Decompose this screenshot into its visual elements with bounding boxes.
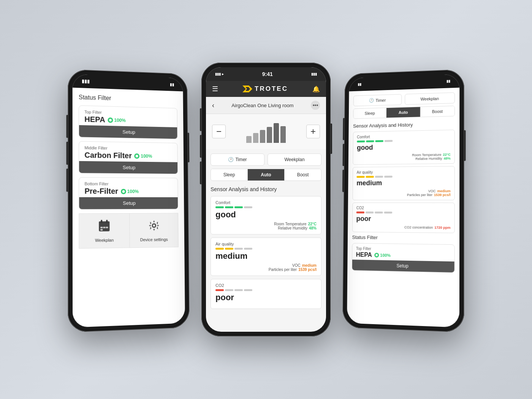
sleep-mode-btn[interactable]: Sleep [211,169,248,180]
r-timer-btn[interactable]: 🕐 Timer [353,94,402,106]
calendar-icon [97,219,111,233]
r-co2-bar-2 [366,212,374,214]
bottom-filter-setup-btn[interactable]: Setup [79,197,178,209]
middle-filter-pie-icon [134,153,140,159]
svg-rect-8 [101,220,102,223]
air-quality-value: medium [215,251,317,261]
r-c-bar-2 [366,140,374,142]
r-comfort-bars [357,139,451,142]
humidity-row: Relative Humidity 48% [215,226,317,230]
r-weekplan-btn[interactable]: Weekplan [405,92,455,105]
r-aq-bar-3 [375,176,383,178]
left-content: Status Filter Top Filter HEPA [73,88,185,328]
left-battery: ▮▮ [170,82,174,87]
top-filter-name: HEPA 100% [84,115,172,126]
r-humidity-row: Relative Humidity 48% [357,157,451,162]
r-aq-card: Air quality medium VOC medium [352,166,455,200]
bar-1 [246,136,252,143]
r-co2-value: poor [356,215,450,223]
center-phone: ▮▮▮ ▸ 9:41 ▮▮▮ ☰ TROTEC 🔔 ‹ Air [201,63,331,336]
r-timer-row: 🕐 Timer Weekplan [353,92,455,106]
svg-rect-13 [101,229,103,231]
timer-row: 🕐 Timer Weekplan [211,154,321,166]
middle-filter-card: Middle Filter Carbon Filter 100% [79,141,178,174]
weekplan-nav-label: Weekplan [95,238,114,243]
settings-icon [147,219,160,235]
comfort-bar-1 [215,206,224,208]
air-quality-details: VOC medium Particles per liter 1539 pcs/… [215,263,317,272]
sensor-section-title: Sensor Analysis and History [211,186,321,192]
r-boost-mode-btn[interactable]: Boost [420,106,454,117]
gear-icon [147,219,160,233]
co2-bar-3 [234,289,243,291]
right-phone: ▮▮ ▮▮ 🕐 Timer Weekplan Sleep [342,69,464,332]
co2-bar-2 [225,289,233,291]
center-screen: ▮▮▮ ▸ 9:41 ▮▮▮ ☰ TROTEC 🔔 ‹ Air [206,67,326,332]
top-filter-setup-btn[interactable]: Setup [79,125,177,139]
left-phone: ▮▮▮ ▮▮ Status Filter Top Filter HEPA [68,69,189,332]
device-name-label: AirgoClean One Living room [231,103,293,108]
r-c-bar-3 [375,140,383,142]
weekplan-nav-item[interactable]: Weekplan [79,213,129,249]
r-sensor-section-title: Sensor Analysis and History [353,121,455,129]
left-signal: ▮▮▮ [82,79,90,84]
center-time: 9:41 [262,71,273,77]
r-aq-label: Air quality [357,169,451,174]
decrease-btn[interactable]: − [212,125,226,138]
middle-filter-label: Middle Filter [84,146,172,152]
bar-2 [253,133,258,143]
boost-mode-btn[interactable]: Boost [285,169,321,180]
r-top-filter-name: HEPA 100% [356,251,451,260]
r-comfort-value: good [357,142,451,152]
svg-rect-7 [99,221,109,225]
r-co2-conc-row: CO2 concentration 1720 ppm [356,225,450,230]
r-comfort-card: Comfort good Room Temperature 22°C [353,130,455,165]
co2-value: poor [215,293,317,302]
back-arrow-icon[interactable]: ‹ [212,101,214,109]
comfort-bars [215,206,317,208]
r-aq-details: VOC medium Particles per liter 1539 pcs/… [356,189,451,197]
r-co2-bar-4 [384,212,393,214]
r-co2-card: CO2 poor CO2 concentration 1720 ppm [352,203,455,233]
aq-bar-2 [225,248,233,250]
bottom-filter-header: Bottom Filter Pre-Filter 100% [79,177,178,197]
comfort-value: good [215,210,317,220]
weekplan-icon [97,219,111,236]
r-co2-bar-3 [375,212,383,214]
device-settings-nav-label: Device settings [140,237,168,242]
timer-btn[interactable]: 🕐 Timer [211,154,264,166]
more-options-icon[interactable]: ••• [311,101,320,110]
fan-control: − + [206,114,326,149]
right-content: 🕐 Timer Weekplan Sleep Auto Boost Sensor… [347,88,459,328]
r-sleep-mode-btn[interactable]: Sleep [353,108,386,119]
aq-bar-4 [244,248,252,250]
weekplan-btn[interactable]: Weekplan [268,154,321,166]
device-settings-nav-item[interactable]: Device settings [129,213,179,248]
r-top-filter-setup-btn[interactable]: Setup [352,260,454,272]
r-aq-bar-4 [384,176,393,177]
status-filter-title: Status Filter [79,94,177,104]
temp-row: Room Temperature 22°C [215,222,317,226]
voc-row: VOC medium [215,263,317,268]
top-filter-pie-icon [108,117,114,123]
comfort-bar-2 [225,206,233,208]
air-quality-sensor-card: Air quality medium VOC medium [211,238,321,276]
air-quality-label: Air quality [215,242,317,246]
middle-filter-setup-btn[interactable]: Setup [79,161,177,174]
r-c-bar-4 [385,140,393,142]
comfort-bar-3 [234,206,243,208]
r-status-filter-title: Status Filter [352,234,454,241]
r-clock-icon: 🕐 [369,98,374,103]
r-aq-bar-2 [366,176,374,178]
notification-bell-icon[interactable]: 🔔 [312,86,320,93]
auto-mode-btn[interactable]: Auto [248,169,285,180]
bottom-filter-card: Bottom Filter Pre-Filter 100% [79,177,178,209]
r-auto-mode-btn[interactable]: Auto [386,107,420,118]
clock-icon: 🕐 [228,157,234,162]
hamburger-icon[interactable]: ☰ [212,85,218,93]
center-status-bar: ▮▮▮ ▸ 9:41 ▮▮▮ [206,67,326,81]
co2-bar-1 [215,289,224,291]
increase-btn[interactable]: + [306,125,320,138]
aq-bar-1 [215,248,224,250]
r-aq-value: medium [356,179,450,187]
